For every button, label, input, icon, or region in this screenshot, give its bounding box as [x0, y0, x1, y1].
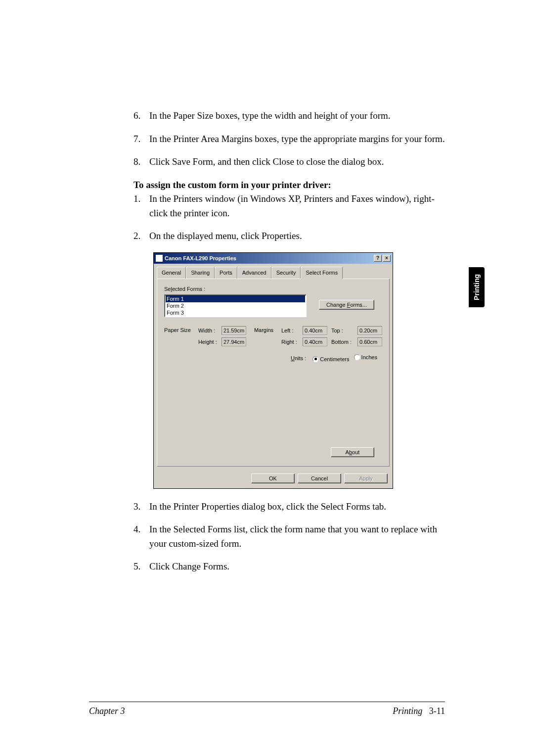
step-num: 7.: [134, 132, 149, 146]
dialog-screenshot: Canon FAX-L290 Properties ? × General Sh…: [153, 252, 445, 489]
step-text: On the displayed menu, click Properties.: [149, 229, 445, 243]
step-text: In the Selected Forms list, click the fo…: [149, 522, 445, 551]
footer-right: Printing 3-11: [393, 706, 445, 716]
step-num: 6.: [134, 109, 149, 123]
page-footer: Chapter 3 Printing 3-11: [89, 702, 445, 716]
step-text: In the Paper Size boxes, type the width …: [149, 109, 445, 123]
step-4: 4. In the Selected Forms list, click the…: [134, 522, 445, 551]
height-label: Height :: [198, 338, 219, 346]
forms-list[interactable]: Form 1 Form 2 Form 3: [164, 294, 307, 317]
radio-centimeters[interactable]: Centimeters: [312, 355, 349, 364]
step-num: 3.: [134, 500, 149, 514]
close-button[interactable]: ×: [383, 255, 391, 262]
units-row: Units : Centimeters Inches: [164, 353, 382, 363]
units-label: Units :: [291, 355, 306, 361]
radio-icon: [312, 356, 318, 362]
step-num: 1.: [134, 192, 149, 220]
radio-label: Centimeters: [320, 355, 349, 364]
step-text: In the Printer Area Margins boxes, type …: [149, 132, 445, 146]
tab-sharing[interactable]: Sharing: [186, 267, 215, 279]
left-label: Left :: [281, 327, 300, 335]
step-5: 5. Click Change Forms.: [134, 560, 445, 574]
tab-security[interactable]: Security: [271, 267, 301, 279]
step-7: 7. In the Printer Area Margins boxes, ty…: [134, 132, 445, 146]
list-item[interactable]: Form 1: [166, 295, 305, 302]
selected-forms-label: Selected Forms :: [164, 285, 382, 293]
width-value: 21.59cm: [222, 326, 246, 335]
section-heading: To assign the custom form in your printe…: [134, 178, 445, 192]
bottom-value: 0.60cm: [357, 337, 382, 346]
height-value: 27.94cm: [222, 337, 246, 346]
footer-chapter: Chapter 3: [89, 706, 125, 716]
tab-general[interactable]: General: [157, 267, 186, 279]
ok-button[interactable]: OK: [251, 473, 295, 483]
step-text: Click Change Forms.: [149, 560, 445, 574]
radio-label: Inches: [361, 353, 377, 362]
step-6: 6. In the Paper Size boxes, type the wid…: [134, 109, 445, 123]
radio-inches[interactable]: Inches: [354, 353, 377, 362]
step-num: 2.: [134, 229, 149, 243]
tab-panel: Selected Forms : Form 1 Form 2 Form 3 Ch…: [157, 279, 390, 467]
tab-select-forms[interactable]: Select Forms: [301, 267, 343, 279]
step-3: 3. In the Printer Properties dialog box,…: [134, 500, 445, 514]
top-value: 0.20cm: [357, 326, 382, 335]
step-num: 5.: [134, 560, 149, 574]
change-forms-button[interactable]: Change Forms...: [319, 300, 374, 310]
paper-size-label: Paper Size: [164, 326, 194, 346]
list-item[interactable]: Form 3: [166, 309, 305, 316]
radio-icon: [354, 354, 360, 360]
app-icon: [156, 255, 163, 262]
titlebar: Canon FAX-L290 Properties ? ×: [154, 253, 393, 264]
right-value: 0.40cm: [303, 337, 327, 346]
top-label: Top :: [331, 327, 355, 335]
tab-advanced[interactable]: Advanced: [237, 267, 271, 279]
footer-page: 3-11: [429, 706, 445, 716]
about-button[interactable]: About: [331, 447, 374, 457]
width-label: Width :: [198, 327, 219, 335]
step-num: 4.: [134, 522, 149, 551]
dialog-title: Canon FAX-L290 Properties: [165, 254, 374, 263]
apply-button[interactable]: Apply: [344, 473, 388, 483]
dimensions-row: Paper Size Width : 21.59cm Height : 27.9…: [164, 326, 382, 346]
properties-dialog: Canon FAX-L290 Properties ? × General Sh…: [153, 252, 393, 489]
step-text: In the Printers window (in Windows XP, P…: [149, 192, 445, 220]
help-button[interactable]: ?: [374, 255, 382, 262]
step-1: 1. In the Printers window (in Windows XP…: [134, 192, 445, 220]
bottom-label: Bottom :: [331, 338, 355, 346]
right-label: Right :: [281, 338, 300, 346]
left-value: 0.40cm: [303, 326, 327, 335]
footer-section: Printing: [393, 706, 422, 716]
step-text: In the Printer Properties dialog box, cl…: [149, 500, 445, 514]
cancel-button[interactable]: Cancel: [298, 473, 341, 483]
step-2: 2. On the displayed menu, click Properti…: [134, 229, 445, 243]
step-num: 8.: [134, 155, 149, 169]
step-text: Click Save Form, and then click Close to…: [149, 155, 445, 169]
step-8: 8. Click Save Form, and then click Close…: [134, 155, 445, 169]
tabs-row: General Sharing Ports Advanced Security …: [154, 264, 393, 279]
list-item[interactable]: Form 2: [166, 302, 305, 309]
margins-label: Margins: [254, 326, 277, 346]
side-tab-printing: Printing: [469, 267, 485, 307]
tab-ports[interactable]: Ports: [215, 267, 237, 279]
dialog-footer: OK Cancel Apply: [154, 470, 393, 488]
